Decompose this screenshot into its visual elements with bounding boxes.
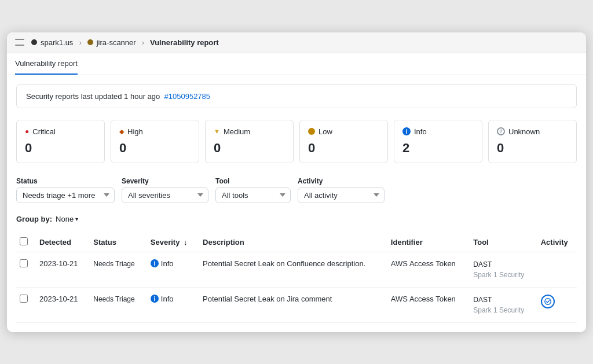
col-detected: Detected [34, 233, 87, 252]
breadcrumb-sep-1: › [79, 38, 81, 47]
medium-count: 0 [214, 141, 285, 156]
row1-description: Potential Secret Leak on Confluence desc… [197, 252, 385, 287]
row2-tool: DAST Spark 1 Security [467, 287, 535, 322]
groupby-row: Group by: None ▾ [16, 215, 577, 223]
col-tool: Tool [467, 233, 535, 252]
col-description: Description [197, 233, 385, 252]
info-label: Info [414, 127, 427, 136]
critical-icon: ● [25, 127, 29, 135]
title-bar: spark1.us › jira-scanner › Vulnerability… [7, 32, 586, 53]
high-count: 0 [119, 141, 191, 156]
table-row: 2023-10-21 Needs Triage i Info Potential… [16, 287, 577, 322]
row1-status: Needs Triage [87, 252, 145, 287]
tab-bar: Vulnerability report [7, 53, 586, 75]
main-window: spark1.us › jira-scanner › Vulnerability… [7, 32, 586, 332]
filter-tool-group: Tool All tools DAST SAST [215, 177, 291, 203]
row1-tool: DAST Spark 1 Security [467, 252, 535, 287]
banner-prefix: Security reports last updated [26, 92, 122, 101]
breadcrumb-jira-scanner[interactable]: jira-scanner [97, 38, 136, 47]
row2-severity: i Info [145, 287, 197, 322]
info-icon: i [402, 127, 411, 135]
banner-time: 1 hour ago [124, 92, 162, 101]
col-activity: Activity [535, 233, 577, 252]
severity-card-unknown[interactable]: ? Unknown 0 [488, 120, 577, 163]
row1-severity-icon: i [151, 259, 159, 267]
filter-activity-label: Activity [298, 177, 385, 185]
row2-identifier: AWS Access Token [385, 287, 467, 322]
severity-card-info[interactable]: i Info 2 [394, 120, 482, 163]
filter-activity-select[interactable]: All activity Still detected No longer de… [298, 187, 385, 203]
filter-severity-select[interactable]: All severities Critical High Medium Low … [122, 187, 208, 203]
row1-checkbox[interactable] [20, 259, 28, 267]
groupby-label: Group by: [16, 215, 52, 223]
filter-status-group: Status Needs triage +1 more Needs triage… [16, 177, 115, 203]
filter-status-label: Status [16, 177, 115, 185]
groupby-chevron-icon: ▾ [75, 216, 78, 222]
low-count: 0 [308, 141, 379, 156]
severity-cards: ● Critical 0 ◆ High 0 ▼ Medium 0 [16, 120, 577, 163]
filter-severity-group: Severity All severities Critical High Me… [122, 177, 208, 203]
medium-label: Medium [224, 127, 250, 136]
table-header-row: Detected Status Severity ↓ Description I… [16, 233, 577, 252]
col-severity[interactable]: Severity ↓ [145, 233, 197, 252]
breadcrumb-sep-2: › [142, 38, 144, 47]
critical-count: 0 [25, 141, 96, 156]
row2-status: Needs Triage [87, 287, 145, 322]
update-banner: Security reports last updated 1 hour ago… [16, 84, 577, 108]
row1-severity: i Info [145, 252, 197, 287]
medium-icon: ▼ [214, 128, 220, 135]
vulnerabilities-table: Detected Status Severity ↓ Description I… [16, 233, 577, 323]
high-label: High [127, 127, 143, 136]
unknown-count: 0 [497, 141, 568, 156]
severity-card-critical[interactable]: ● Critical 0 [16, 120, 105, 163]
table-row: 2023-10-21 Needs Triage i Info Potential… [16, 252, 577, 287]
breadcrumb-vuln-report: Vulnerability report [150, 38, 219, 47]
activity-icon[interactable] [541, 295, 555, 308]
row2-activity [535, 287, 577, 322]
col-identifier: Identifier [385, 233, 467, 252]
severity-card-low[interactable]: Low 0 [299, 120, 388, 163]
filters-row: Status Needs triage +1 more Needs triage… [16, 177, 577, 203]
tab-vulnerability-report[interactable]: Vulnerability report [15, 53, 78, 75]
row2-detected: 2023-10-21 [34, 287, 87, 322]
row1-detected: 2023-10-21 [34, 252, 87, 287]
col-status: Status [87, 233, 145, 252]
filter-severity-label: Severity [122, 177, 208, 185]
severity-card-medium[interactable]: ▼ Medium 0 [205, 120, 294, 163]
unknown-icon: ? [497, 127, 505, 135]
breadcrumb-dot-1 [31, 39, 37, 45]
row1-activity [535, 252, 577, 287]
low-icon [308, 128, 315, 135]
filter-tool-select[interactable]: All tools DAST SAST [215, 187, 291, 203]
breadcrumb-dot-2 [87, 39, 93, 45]
filter-activity-group: Activity All activity Still detected No … [298, 177, 385, 203]
select-all-checkbox[interactable] [20, 237, 28, 245]
critical-label: Critical [32, 127, 56, 136]
row1-checkbox-cell [16, 252, 34, 287]
breadcrumb-spark1[interactable]: spark1.us [41, 38, 73, 47]
filter-tool-label: Tool [215, 177, 291, 185]
row2-checkbox-cell [16, 287, 34, 322]
info-count: 2 [402, 141, 474, 156]
row2-severity-icon: i [151, 295, 159, 303]
col-checkbox [16, 233, 34, 252]
unknown-label: Unknown [508, 127, 540, 136]
row2-description: Potential Secret Leak on Jira comment [197, 287, 385, 322]
filter-status-select[interactable]: Needs triage +1 more Needs triage Triage… [16, 187, 115, 203]
high-icon: ◆ [119, 128, 124, 135]
page-content: Security reports last updated 1 hour ago… [7, 75, 586, 332]
severity-card-high[interactable]: ◆ High 0 [111, 120, 199, 163]
row1-identifier: AWS Access Token [385, 252, 467, 287]
banner-link[interactable]: #1050952785 [164, 92, 211, 101]
groupby-value[interactable]: None ▾ [56, 215, 78, 223]
low-label: Low [319, 127, 332, 136]
sidebar-toggle[interactable] [15, 39, 24, 46]
sort-icon: ↓ [184, 238, 188, 247]
row2-checkbox[interactable] [20, 295, 28, 303]
